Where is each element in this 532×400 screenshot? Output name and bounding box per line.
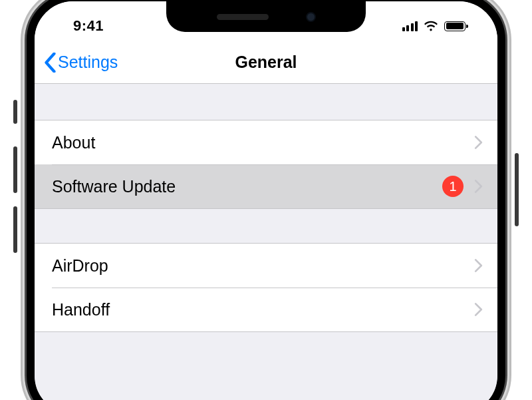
- front-camera: [306, 12, 316, 22]
- power-button: [515, 153, 519, 226]
- row-label: Handoff: [52, 300, 474, 319]
- chevron-left-icon: [44, 53, 57, 73]
- speaker-grille: [217, 14, 269, 20]
- chevron-right-icon: [474, 135, 483, 150]
- chevron-right-icon: [474, 179, 483, 194]
- navigation-bar: Settings General: [35, 41, 497, 84]
- settings-group-2: AirDrop Handoff: [35, 244, 497, 332]
- section-spacer: [35, 84, 497, 120]
- notification-badge: 1: [442, 176, 464, 197]
- section-spacer: [35, 209, 497, 244]
- row-about[interactable]: About: [35, 120, 497, 164]
- mute-switch: [13, 100, 17, 124]
- back-label: Settings: [58, 53, 118, 72]
- row-label: Software Update: [52, 177, 442, 196]
- volume-down-button: [13, 206, 17, 253]
- settings-group-1: About Software Update 1: [35, 120, 497, 209]
- status-time: 9:41: [73, 17, 104, 35]
- wifi-icon: [424, 21, 438, 31]
- cellular-signal-icon: [402, 21, 418, 31]
- phone-frame: 9:41 Settings G: [27, 0, 505, 400]
- notch: [166, 1, 366, 32]
- back-button[interactable]: Settings: [35, 53, 118, 73]
- chevron-right-icon: [474, 258, 483, 273]
- volume-up-button: [13, 146, 17, 193]
- row-label: About: [52, 133, 474, 152]
- status-icons: [402, 21, 466, 31]
- row-label: AirDrop: [52, 256, 474, 276]
- chevron-right-icon: [474, 302, 483, 317]
- row-airdrop[interactable]: AirDrop: [35, 244, 497, 288]
- row-handoff[interactable]: Handoff: [35, 288, 497, 331]
- row-software-update[interactable]: Software Update 1: [35, 164, 497, 208]
- battery-icon: [444, 21, 466, 31]
